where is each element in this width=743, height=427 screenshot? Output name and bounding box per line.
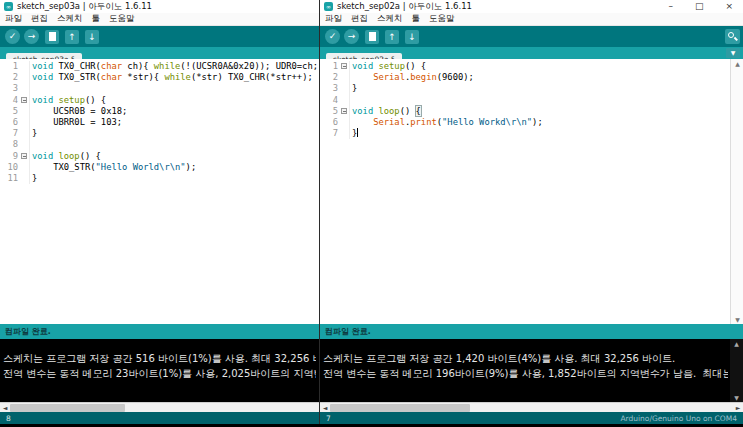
tab-bar: sketch_sep03a § [0,47,319,59]
arduino-window-right: ∞ sketch_sep02a | 아두이노 1.6.11 – □ × 파일편집… [319,0,743,424]
open-button[interactable]: ↑ [385,30,399,44]
line-number: 11 [0,173,20,184]
code-line[interactable]: 2void TX0_STR(char *str){ while(*str) TX… [0,72,319,83]
code-line[interactable]: 8 [0,139,319,150]
scroll-up-icon[interactable]: ▲ [731,60,743,67]
code-line[interactable]: 11} [0,173,319,184]
code-line[interactable]: 10 TX0_STR("Hello World\r\n"); [0,162,319,173]
fold-marker-icon[interactable] [21,97,27,103]
code-line[interactable]: 3} [320,83,730,94]
code-area[interactable]: 1void TX0_CHR(char ch){ while(!(UCSR0A&0… [0,59,319,324]
scroll-left-icon[interactable]: ◄ [320,403,330,413]
verify-button[interactable]: ✓ [5,29,20,44]
code-area[interactable]: 1void setup() {2 Serial.begin(9600);3}45… [320,59,730,324]
code-line[interactable]: 7} [0,128,319,139]
close-button[interactable]: × [725,0,733,13]
scroll-left-icon[interactable]: ◄ [0,403,10,413]
code-line[interactable]: 5void loop() { [320,106,730,117]
fold-marker-icon[interactable] [341,63,347,69]
new-sketch-button[interactable] [365,30,379,44]
upload-button[interactable]: → [24,29,39,44]
compile-status-strip: 컴파일 완료. [0,324,319,339]
code-line[interactable]: 5 UCSR0B = 0x18; [0,106,319,117]
serial-monitor-button[interactable] [725,29,740,44]
scrollbar-thumb[interactable] [10,404,125,412]
scrollbar-thumb[interactable] [330,404,470,412]
scroll-down-icon[interactable]: ▼ [731,316,743,323]
scroll-down-icon[interactable]: ▼ [730,394,743,401]
save-button[interactable]: ↓ [405,30,419,44]
code-line[interactable]: 2 Serial.begin(9600); [320,72,730,83]
code-line[interactable]: 9void loop() { [0,151,319,162]
menu-item[interactable]: 편집 [351,13,368,25]
code-text: TX0_STR("Hello World\r\n"); [29,162,196,173]
fold-marker-icon[interactable] [341,108,347,114]
titlebar[interactable]: ∞ sketch_sep03a | 아두이노 1.6.11 [0,0,319,13]
current-line-number: 8 [6,414,11,423]
upload-button[interactable]: → [344,29,359,44]
console-line: 스케치는 프로그램 저장 공간 516 바이트(1%)를 사용. 최대 32,2… [3,352,316,367]
menu-item[interactable]: 툴 [412,13,421,25]
menu-item[interactable]: 파일 [325,13,342,25]
code-line[interactable]: 6 Serial.print("Hello Workd\r\n"); [320,117,730,128]
fold-column [20,128,29,139]
code-line[interactable]: 7} [320,128,730,139]
line-number: 6 [0,117,20,128]
code-line[interactable]: 6 UBRR0L = 103; [0,117,319,128]
line-number: 2 [320,72,340,83]
line-number: 3 [320,83,340,94]
new-sketch-button[interactable] [45,30,59,44]
code-text: Serial.begin(9600); [349,72,474,83]
menu-item[interactable]: 스케치 [377,13,403,25]
fold-marker-icon[interactable] [21,153,27,159]
line-number: 5 [0,106,20,117]
code-line[interactable]: 4 [320,95,730,106]
editor-v-scrollbar[interactable]: ▲ ▼ [730,59,743,324]
window-title: sketch_sep03a | 아두이노 1.6.11 [17,1,152,13]
code-text [349,95,352,106]
fold-column[interactable] [20,151,29,162]
line-number: 3 [0,83,20,94]
code-line[interactable]: 1void setup() { [320,61,730,72]
arduino-window-left: ∞ sketch_sep03a | 아두이노 1.6.11 파일편집스케치툴도움… [0,0,319,424]
menu-item[interactable]: 편집 [31,13,48,25]
code-text: UCSR0B = 0x18; [29,106,127,117]
save-button[interactable]: ↓ [85,30,99,44]
menu-item[interactable]: 툴 [92,13,101,25]
maximize-button[interactable]: □ [695,0,704,13]
fold-column [340,83,349,94]
status-bar: 8 [0,412,319,424]
code-line[interactable]: 1void TX0_CHR(char ch){ while(!(UCSR0A&0… [0,61,319,72]
code-line[interactable]: 4void setup() { [0,95,319,106]
open-button[interactable]: ↑ [65,30,79,44]
fold-column[interactable] [340,61,349,72]
code-line[interactable]: 3 [0,83,319,94]
arduino-app-icon: ∞ [324,2,333,11]
menu-item[interactable]: 도움말 [429,13,455,25]
fold-column[interactable] [340,106,349,117]
new-document-icon [369,32,376,41]
scroll-right-icon[interactable]: ► [733,403,743,413]
minimize-button[interactable]: – [668,0,673,13]
line-number: 1 [320,61,340,72]
menu-item[interactable]: 도움말 [109,13,135,25]
menu-item[interactable]: 파일 [5,13,22,25]
verify-button[interactable]: ✓ [325,29,340,44]
menu-item[interactable]: 스케치 [57,13,83,25]
tab-menu-dropdown[interactable]: ▼ [726,48,740,58]
fold-column [20,83,29,94]
line-number: 2 [0,72,20,83]
console-v-scrollbar[interactable]: ▲ ▼ [730,339,743,402]
tab-bar: sketch_sep02a § ▼ [320,47,743,59]
code-text [29,139,32,150]
console-h-scrollbar[interactable]: ◄ ► [320,402,743,412]
code-editor[interactable]: 1void TX0_CHR(char ch){ while(!(UCSR0A&0… [0,59,319,324]
code-editor[interactable]: 1void setup() {2 Serial.begin(9600);3}45… [320,59,743,324]
fold-column[interactable] [20,95,29,106]
scroll-up-icon[interactable]: ▲ [730,340,743,347]
console-h-scrollbar[interactable]: ◄ [0,402,319,412]
fold-column [340,95,349,106]
fold-column [340,117,349,128]
code-text: } [29,173,37,184]
titlebar[interactable]: ∞ sketch_sep02a | 아두이노 1.6.11 – □ × [320,0,743,13]
